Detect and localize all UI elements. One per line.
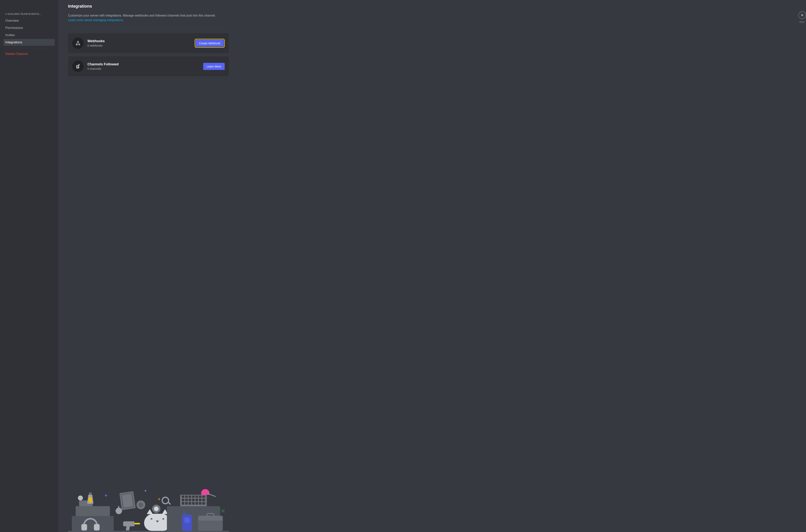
webhooks-card-title: Webhooks	[88, 39, 191, 43]
tutorial-highlight: Create Webhook	[195, 39, 225, 48]
close-button[interactable]	[799, 12, 806, 19]
channels-followed-card-body: Channels Followed 0 channels	[88, 62, 200, 70]
close-area: ESC	[799, 12, 806, 23]
webhook-icon	[72, 37, 83, 49]
webhooks-card: Webhooks 0 webhooks Create Webhook	[68, 33, 229, 53]
app-root: # GUILDED-TEAM-EVENTS… Overview Permissi…	[0, 0, 806, 532]
sidebar-item-permissions[interactable]: Permissions	[3, 24, 55, 31]
sidebar-item-label: Integrations	[5, 40, 22, 44]
sidebar-inner: # GUILDED-TEAM-EVENTS… Overview Permissi…	[2, 12, 56, 57]
channels-followed-card-subtitle: 0 channels	[88, 67, 200, 70]
sidebar-item-label: Delete Channel	[5, 52, 27, 56]
sidebar-item-integrations[interactable]: Integrations	[3, 39, 55, 46]
channels-followed-card-title: Channels Followed	[88, 62, 200, 66]
learn-more-button[interactable]: Learn More	[203, 63, 225, 70]
page-description: Customize your server with integrations.…	[68, 13, 224, 22]
svg-rect-4	[77, 66, 78, 66]
sidebar-item-label: Overview	[5, 19, 19, 22]
sidebar-item-invites[interactable]: Invites	[3, 32, 55, 39]
webhooks-card-body: Webhooks 0 webhooks	[88, 39, 191, 47]
channels-followed-card: Channels Followed 0 channels Learn More	[68, 56, 229, 76]
svg-rect-6	[77, 67, 78, 68]
create-webhook-button[interactable]: Create Webhook	[195, 40, 224, 47]
svg-rect-5	[77, 66, 78, 67]
sidebar-item-label: Permissions	[5, 26, 23, 30]
close-esc-label: ESC	[800, 20, 805, 23]
settings-sidebar: # GUILDED-TEAM-EVENTS… Overview Permissi…	[0, 0, 58, 532]
webhooks-card-subtitle: 0 webhooks	[88, 44, 191, 47]
sidebar-item-overview[interactable]: Overview	[3, 17, 55, 24]
sidebar-channel-header: # GUILDED-TEAM-EVENTS…	[3, 12, 55, 17]
learn-more-link[interactable]: Learn more about managing integrations.	[68, 18, 124, 22]
page-description-text: Customize your server with integrations.…	[68, 14, 215, 17]
page-title: Integrations	[68, 4, 250, 9]
decorative-illustration: ✦	[68, 487, 229, 532]
channels-followed-icon	[72, 61, 83, 72]
sidebar-item-delete-channel[interactable]: Delete Channel	[3, 51, 55, 57]
close-icon	[801, 14, 804, 17]
settings-content: Integrations Customize your server with …	[58, 0, 258, 532]
sidebar-item-label: Invites	[5, 33, 15, 37]
